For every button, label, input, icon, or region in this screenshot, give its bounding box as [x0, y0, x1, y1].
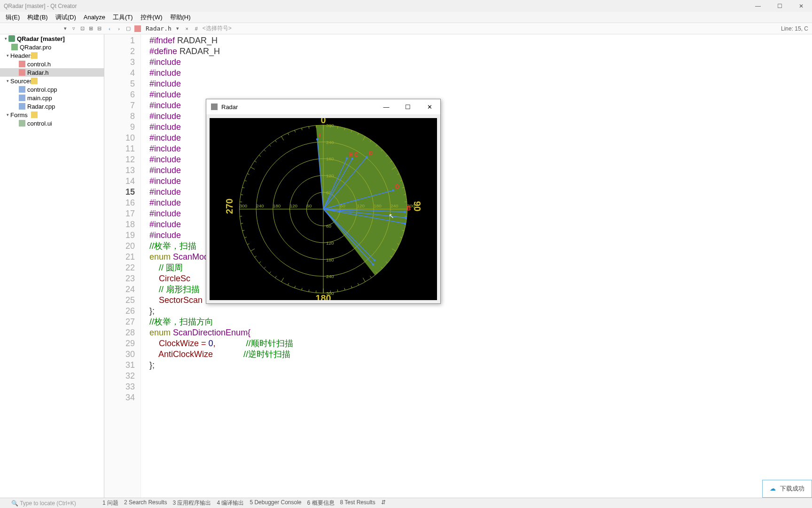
- svg-line-51: [269, 272, 271, 274]
- svg-text:240: 240: [326, 274, 334, 279]
- menu-tools[interactable]: 工具(T): [109, 13, 137, 22]
- tree-sources-folder[interactable]: ▾Sources: [0, 77, 104, 85]
- close-file-icon[interactable]: ×: [184, 25, 190, 32]
- cursor-position: Line: 15, C: [781, 25, 812, 32]
- nav-fwd-icon[interactable]: ›: [116, 25, 122, 32]
- split-v-icon[interactable]: ⊟: [96, 25, 102, 32]
- download-toast[interactable]: ☁ 下载成功: [762, 480, 812, 498]
- svg-line-64: [242, 187, 244, 188]
- svg-line-71: [269, 145, 271, 147]
- window-titlebar: QRadar [master] - Qt Creator — ☐ ✕: [0, 0, 812, 12]
- svg-text:300: 300: [326, 123, 334, 128]
- menu-debug[interactable]: 调试(D): [52, 13, 80, 22]
- svg-text:120: 120: [326, 173, 334, 178]
- tree-file-radar-cpp[interactable]: Radar.cpp: [0, 102, 104, 111]
- radar-titlebar[interactable]: Radar — ☐ ✕: [206, 99, 440, 114]
- bookmark-icon[interactable]: ▢: [125, 25, 132, 32]
- radar-title: Radar: [221, 103, 238, 111]
- svg-rect-119: [404, 211, 406, 213]
- sync-icon[interactable]: ⊡: [79, 25, 86, 32]
- close-icon[interactable]: ✕: [790, 3, 812, 9]
- cloud-icon: ☁: [770, 485, 777, 492]
- tree-headers-folder[interactable]: ▾Headers: [0, 51, 104, 60]
- status-tab-search[interactable]: 2 Search Results: [124, 499, 167, 507]
- menu-build[interactable]: 构建(B): [23, 13, 51, 22]
- svg-text:180: 180: [315, 293, 331, 300]
- menubar: 辑(E) 构建(B) 调试(D) Analyze 工具(T) 控件(W) 帮助(…: [0, 12, 812, 23]
- svg-rect-110: [351, 158, 353, 159]
- svg-text:180: 180: [273, 203, 281, 208]
- radar-display: 6060606012012012012018018018018024024024…: [210, 118, 437, 300]
- tree-file-radar-h[interactable]: Radar.h: [0, 68, 104, 77]
- svg-text:120: 120: [326, 240, 334, 246]
- svg-line-41: [337, 290, 338, 292]
- menu-widgets[interactable]: 控件(W): [137, 13, 166, 22]
- symbol-selector[interactable]: <选择符号>: [203, 24, 232, 32]
- status-tab-debugger[interactable]: 5 Debugger Console: [250, 499, 301, 507]
- svg-line-48: [288, 283, 289, 285]
- svg-text:240: 240: [256, 203, 264, 208]
- dropdown-icon[interactable]: ▾: [62, 25, 69, 32]
- status-tab-compile[interactable]: 4 编译输出: [217, 499, 244, 507]
- file-dropdown-icon[interactable]: ▾: [174, 25, 181, 32]
- svg-rect-128: [372, 264, 374, 266]
- radar-app-icon: [211, 103, 218, 110]
- svg-line-38: [358, 283, 359, 285]
- svg-rect-126: [374, 259, 375, 261]
- svg-line-65: [244, 180, 247, 181]
- line-gutter: 1234567891011121314151617181920212223242…: [104, 34, 141, 498]
- tree-file-control-ui[interactable]: control.ui: [0, 119, 104, 127]
- status-more-icon[interactable]: ⇵: [381, 499, 386, 507]
- editor-toolbar: ▾ ▿ ⊡ ⊞ ⊟ ‹ › ▢ Radar.h ▾ × # <选择符号> Lin…: [0, 23, 812, 34]
- tree-forms-folder[interactable]: ▾Forms: [0, 111, 104, 119]
- svg-text:↖: ↖: [389, 212, 394, 220]
- tree-file-control-h[interactable]: control.h: [0, 60, 104, 68]
- nav-back-icon[interactable]: ‹: [106, 25, 113, 32]
- svg-text:180: 180: [326, 156, 334, 161]
- status-tab-appoutput[interactable]: 3 应用程序输出: [172, 499, 211, 507]
- svg-line-56: [247, 244, 249, 245]
- menu-edit[interactable]: 辑(E): [2, 13, 23, 22]
- status-tab-issues[interactable]: 1 问题: [102, 499, 118, 507]
- menu-analyze[interactable]: Analyze: [80, 14, 109, 21]
- svg-line-36: [370, 276, 372, 278]
- hash-icon: #: [193, 25, 200, 32]
- svg-line-58: [242, 230, 244, 230]
- status-tab-general[interactable]: 6 概要信息: [307, 499, 335, 507]
- svg-text:120: 120: [357, 203, 365, 208]
- window-title: QRadar [master] - Qt Creator: [4, 3, 77, 9]
- svg-text:240: 240: [390, 203, 398, 208]
- menu-help[interactable]: 帮助(H): [166, 13, 195, 22]
- tree-root[interactable]: ▾QRadar [master]: [0, 34, 104, 43]
- svg-rect-107: [346, 158, 348, 159]
- tree-pro-file[interactable]: QRadar.pro: [0, 43, 104, 51]
- radar-close-icon[interactable]: ✕: [419, 103, 440, 111]
- project-tree[interactable]: ▾QRadar [master] QRadar.pro ▾Headers con…: [0, 34, 104, 498]
- minimize-icon[interactable]: —: [747, 3, 769, 9]
- svg-line-49: [281, 278, 284, 282]
- tree-file-control-cpp[interactable]: control.cpp: [0, 85, 104, 94]
- svg-line-54: [255, 256, 257, 257]
- maximize-icon[interactable]: ☐: [769, 3, 790, 9]
- svg-text:O: O: [395, 183, 399, 190]
- split-h-icon[interactable]: ⊞: [87, 25, 94, 32]
- radar-window[interactable]: Radar — ☐ ✕ 6060606012012012012018018018…: [206, 99, 441, 304]
- svg-text:270: 270: [224, 198, 234, 214]
- svg-line-77: [309, 127, 309, 129]
- svg-text:300: 300: [239, 203, 247, 208]
- status-tab-tests[interactable]: 8 Test Results: [340, 499, 375, 507]
- radar-minimize-icon[interactable]: —: [375, 103, 397, 111]
- svg-text:120: 120: [290, 203, 298, 208]
- svg-text:180: 180: [374, 203, 382, 208]
- radar-maximize-icon[interactable]: ☐: [397, 103, 419, 111]
- svg-line-70: [264, 150, 266, 151]
- svg-rect-116: [392, 190, 394, 191]
- current-file[interactable]: Radar.h: [146, 25, 172, 32]
- svg-line-68: [255, 161, 257, 162]
- locator-input[interactable]: Type to locate (Ctrl+K): [20, 500, 76, 507]
- filter-icon[interactable]: ▿: [70, 25, 77, 32]
- svg-line-45: [309, 290, 309, 292]
- svg-text:C: C: [354, 151, 359, 158]
- svg-rect-104: [316, 138, 318, 140]
- tree-file-main-cpp[interactable]: main.cpp: [0, 94, 104, 102]
